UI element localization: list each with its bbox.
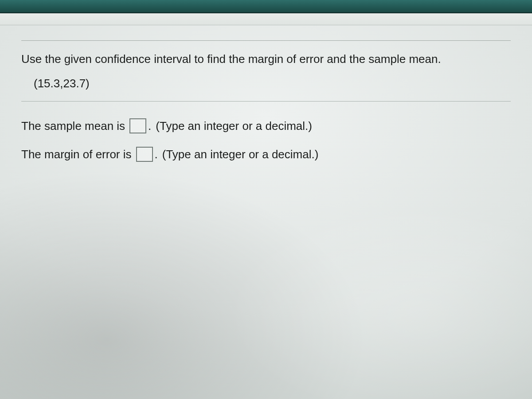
sample-mean-hint: (Type an integer or a decimal.): [156, 119, 312, 133]
toolbar-spacer: [0, 13, 532, 25]
question-panel: Use the given confidence interval to fin…: [0, 25, 532, 162]
answers-section: The sample mean is . (Type an integer or…: [21, 101, 511, 162]
sample-mean-input[interactable]: [129, 118, 146, 133]
question-prompt: Use the given confidence interval to fin…: [21, 41, 511, 74]
period-text-2: .: [155, 148, 158, 161]
period-text: .: [148, 119, 151, 133]
sample-mean-label: The sample mean is: [21, 119, 125, 133]
margin-of-error-input[interactable]: [136, 147, 153, 162]
window-topbar: [0, 0, 532, 13]
margin-of-error-hint: (Type an integer or a decimal.): [162, 148, 319, 161]
margin-of-error-line: The margin of error is . (Type an intege…: [21, 147, 511, 162]
margin-of-error-label: The margin of error is: [21, 148, 132, 161]
sample-mean-line: The sample mean is . (Type an integer or…: [21, 118, 511, 133]
confidence-interval: (15.3,23.7): [21, 74, 511, 101]
